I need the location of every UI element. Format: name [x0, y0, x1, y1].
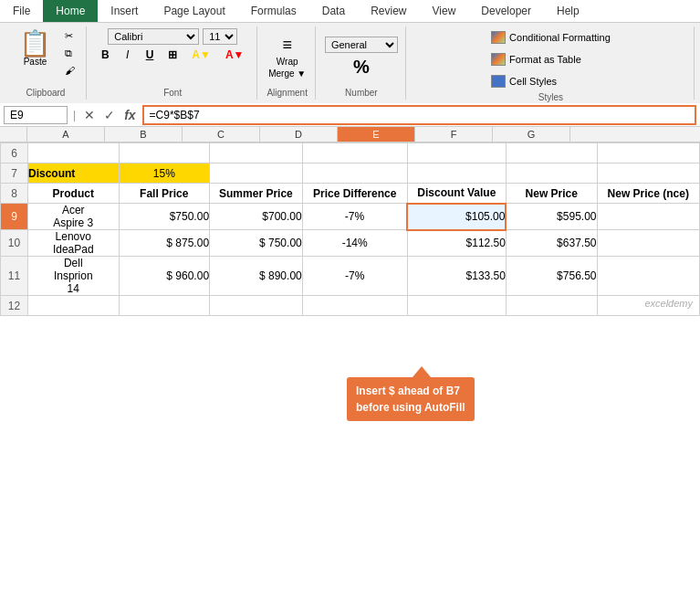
row-num-8[interactable]: 8	[1, 184, 28, 204]
tab-help[interactable]: Help	[544, 0, 592, 22]
conditional-formatting-button[interactable]: Conditional Formatting	[486, 28, 615, 47]
row-num-12[interactable]: 12	[1, 296, 28, 316]
cell-c11[interactable]: $ 890.00	[210, 257, 303, 296]
row-num-9[interactable]: 9	[1, 204, 28, 230]
cell-b10[interactable]: $ 875.00	[119, 230, 210, 257]
cell-d11[interactable]: -7%	[302, 257, 407, 296]
cell-e9[interactable]: $105.00	[407, 204, 506, 230]
tab-insert[interactable]: Insert	[98, 0, 151, 22]
align-icon[interactable]: ≡	[282, 36, 292, 55]
row-num-6[interactable]: 6	[1, 143, 28, 163]
cell-g7[interactable]	[597, 163, 700, 184]
cell-b7[interactable]: 15%	[119, 163, 210, 184]
cell-b11[interactable]: $ 960.00	[119, 257, 210, 296]
cell-e6[interactable]	[407, 143, 506, 163]
percent-button[interactable]: %	[353, 57, 370, 78]
wrap-text-button[interactable]: Wrap	[277, 57, 298, 67]
cell-d12[interactable]	[302, 296, 407, 316]
cell-e10[interactable]: $112.50	[407, 230, 506, 257]
font-color-button[interactable]: A▼	[220, 47, 250, 63]
cell-a8[interactable]: Product	[28, 184, 120, 204]
formula-input[interactable]	[142, 105, 696, 125]
col-header-a[interactable]: A	[27, 127, 105, 142]
col-header-e[interactable]: E	[338, 127, 415, 142]
fill-color-button[interactable]: A▼	[186, 47, 216, 63]
col-header-g[interactable]: G	[493, 127, 570, 142]
row-num-11[interactable]: 11	[1, 257, 28, 296]
col-header-f[interactable]: F	[415, 127, 493, 142]
cell-f8[interactable]: New Price	[506, 184, 597, 204]
cell-c10[interactable]: $ 750.00	[210, 230, 303, 257]
merge-button[interactable]: Merge ▼	[268, 69, 306, 79]
cell-e12[interactable]	[407, 296, 506, 316]
cell-c9[interactable]: $700.00	[210, 204, 303, 230]
formula-divider: |	[73, 109, 76, 121]
cell-e7[interactable]	[407, 163, 506, 184]
cell-c6[interactable]	[210, 143, 303, 163]
cell-a11[interactable]: Dell Insprion 14	[28, 257, 120, 296]
cell-f12[interactable]	[506, 296, 597, 316]
cell-d10[interactable]: -14%	[302, 230, 407, 257]
cell-c8[interactable]: Summer Price	[210, 184, 303, 204]
cell-b12[interactable]	[119, 296, 210, 316]
paste-button[interactable]: 📋 Paste	[13, 28, 57, 69]
cell-d7[interactable]	[302, 163, 407, 184]
bold-button[interactable]: B	[96, 47, 115, 63]
cancel-formula-button[interactable]: ✕	[81, 108, 98, 122]
col-header-b[interactable]: B	[105, 127, 183, 142]
cell-c12[interactable]	[210, 296, 303, 316]
tab-view[interactable]: View	[420, 0, 469, 22]
cell-d6[interactable]	[302, 143, 407, 163]
cell-f6[interactable]	[506, 143, 597, 163]
cell-a6[interactable]	[28, 143, 120, 163]
row-num-7[interactable]: 7	[1, 163, 28, 184]
tab-data[interactable]: Data	[309, 0, 358, 22]
number-format-select[interactable]: General	[325, 37, 398, 53]
col-header-c[interactable]: C	[183, 127, 260, 142]
tab-home[interactable]: Home	[43, 0, 98, 22]
cell-b9[interactable]: $750.00	[119, 204, 210, 230]
cell-f10[interactable]: $637.50	[506, 230, 597, 257]
function-icon[interactable]: fx	[121, 108, 138, 122]
cell-styles-button[interactable]: Cell Styles	[486, 72, 561, 90]
cell-g9[interactable]	[597, 204, 700, 230]
cell-d9[interactable]: -7%	[302, 204, 407, 230]
cell-a10[interactable]: Lenovo IdeaPad	[28, 230, 120, 257]
cell-c7[interactable]	[210, 163, 303, 184]
cell-g10[interactable]	[597, 230, 700, 257]
cell-a12[interactable]	[28, 296, 120, 316]
tab-developer[interactable]: Developer	[468, 0, 544, 22]
cut-button[interactable]: ✂	[61, 28, 78, 44]
border-button[interactable]: ⊞	[162, 47, 183, 63]
cell-a9[interactable]: Acer Aspire 3	[28, 204, 120, 230]
column-headers: A B C D E F G	[0, 127, 700, 142]
tab-formulas[interactable]: Formulas	[238, 0, 309, 22]
cell-g8[interactable]: New Price (nce)	[597, 184, 700, 204]
font-face-select[interactable]: Calibri	[108, 28, 199, 45]
cell-g6[interactable]	[597, 143, 700, 163]
col-header-d[interactable]: D	[260, 127, 338, 142]
cell-f7[interactable]	[506, 163, 597, 184]
cell-a7[interactable]: Discount	[28, 163, 120, 184]
italic-button[interactable]: I	[119, 47, 137, 63]
cell-g11[interactable]	[597, 257, 700, 296]
cell-e11[interactable]: $133.50	[407, 257, 506, 296]
underline-button[interactable]: U	[141, 47, 160, 63]
cell-f9[interactable]: $595.00	[506, 204, 597, 230]
table-row: 10 Lenovo IdeaPad $ 875.00 $ 750.00 -14%…	[1, 230, 700, 257]
cell-b8[interactable]: Fall Price	[119, 184, 210, 204]
cell-b6[interactable]	[119, 143, 210, 163]
tab-file[interactable]: File	[0, 0, 43, 22]
copy-button[interactable]: ⧉	[61, 46, 78, 61]
cell-f11[interactable]: $756.50	[506, 257, 597, 296]
tab-review[interactable]: Review	[358, 0, 419, 22]
format-painter-button[interactable]: 🖌	[61, 63, 78, 78]
row-num-10[interactable]: 10	[1, 230, 28, 257]
font-size-select[interactable]: 11	[203, 28, 237, 45]
tab-page-layout[interactable]: Page Layout	[151, 0, 237, 22]
confirm-formula-button[interactable]: ✓	[101, 108, 118, 122]
cell-e8[interactable]: Discount Value	[407, 184, 506, 204]
cell-reference-box[interactable]	[4, 106, 68, 124]
cell-d8[interactable]: Price Difference	[302, 184, 407, 204]
format-as-table-button[interactable]: Format as Table	[486, 50, 586, 69]
